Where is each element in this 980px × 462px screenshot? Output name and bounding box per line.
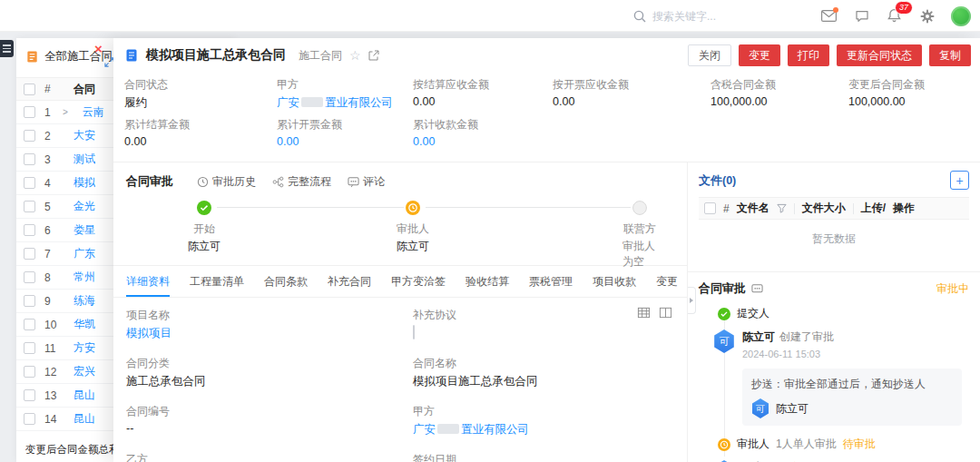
category-label: 合同分类 (126, 356, 413, 370)
print-button[interactable]: 打印 (788, 44, 829, 66)
total-invoice-value[interactable]: 0.00 (277, 135, 413, 148)
row-index: 5 (44, 201, 63, 213)
contract-link[interactable]: 方安 (74, 340, 95, 356)
contract-link[interactable]: 金光 (74, 199, 95, 214)
panel-collapse-handle[interactable] (688, 287, 696, 314)
supplement-checkbox[interactable] (413, 325, 415, 339)
contract-link[interactable]: 华凯 (74, 317, 95, 332)
add-file-button[interactable] (950, 171, 969, 190)
close-panel-icon[interactable] (94, 42, 103, 55)
approval-flow-section: 合同审批 审批历史 完整流程 评论 (113, 162, 687, 266)
row-checkbox[interactable] (24, 271, 35, 283)
mail-icon[interactable] (820, 7, 838, 25)
column-view-icon[interactable] (659, 306, 672, 319)
bell-icon[interactable]: 37 (886, 7, 903, 25)
contract-name-label: 合同名称 (413, 356, 674, 370)
tax-amount-label: 含税合同金额 (710, 77, 848, 92)
row-checkbox[interactable] (24, 319, 35, 330)
tab-terms[interactable]: 合同条款 (264, 266, 308, 297)
row-checkbox[interactable] (24, 248, 35, 260)
row-checkbox[interactable] (24, 295, 35, 307)
row-expander-icon[interactable]: > (63, 107, 68, 117)
row-checkbox[interactable] (24, 224, 35, 236)
approver-meta: 1人单人审批 (776, 437, 837, 452)
files-column-size: 文件大小 (802, 201, 846, 216)
sidebar-collapsed-tab[interactable] (0, 40, 14, 57)
party-a-link[interactable]: 广安置业有限公司 (277, 95, 413, 111)
total-settle-value: 0.00 (124, 135, 277, 148)
contract-link[interactable]: 模拟 (74, 175, 95, 191)
approver-stage-label: 审批人 (737, 437, 769, 452)
contract-link[interactable]: 云南 (83, 104, 104, 120)
external-link-icon[interactable] (368, 50, 379, 61)
row-index: 11 (44, 342, 63, 355)
approval-flow-title: 合同审批 (126, 173, 173, 190)
approval-status-badge: 审批中 (936, 281, 969, 297)
row-checkbox[interactable] (24, 106, 35, 118)
approval-history-link[interactable]: 审批历史 (197, 174, 256, 190)
row-checkbox[interactable] (24, 389, 35, 401)
project-name-link[interactable]: 模拟项目 (126, 326, 413, 341)
search-input[interactable] (652, 10, 798, 23)
contract-link[interactable]: 宏兴 (74, 364, 95, 379)
avatar: 可 (713, 329, 735, 353)
files-select-all-checkbox[interactable] (704, 202, 716, 214)
column-index: # (44, 83, 63, 95)
row-index: 10 (44, 319, 63, 331)
update-status-button[interactable]: 更新合同状态 (837, 44, 922, 66)
form-party-a-link[interactable]: 广安置业有限公司 (413, 422, 674, 437)
approver-status: 待审批 (843, 437, 876, 452)
row-checkbox[interactable] (24, 342, 35, 354)
cc-note-box: 抄送：审批全部通过后，通知抄送人 可 陈立可 (742, 369, 962, 426)
filter-icon[interactable] (777, 203, 787, 213)
contract-type-tag: 施工合同 (299, 48, 342, 64)
contract-link[interactable]: 广东 (74, 246, 95, 261)
search-icon (633, 10, 646, 23)
comment-link[interactable]: 评论 (348, 174, 385, 190)
row-checkbox[interactable] (24, 366, 35, 378)
row-index: 2 (44, 130, 63, 143)
row-checkbox[interactable] (24, 413, 35, 425)
files-column-action: 操作 (893, 201, 915, 216)
user-avatar[interactable] (951, 6, 971, 26)
row-checkbox[interactable] (24, 153, 35, 165)
row-checkbox[interactable] (24, 177, 35, 189)
contract-number-label: 合同编号 (126, 404, 413, 418)
contract-link[interactable]: 昆山 (74, 388, 95, 403)
approval-stepper: 开始 陈立可 审批人 陈立可 联营方 审批人为空 (126, 201, 674, 260)
cc-note-text: 抄送：审批全部通过后，通知抄送人 (751, 376, 953, 392)
global-search[interactable] (633, 0, 798, 32)
select-all-checkbox[interactable] (24, 84, 35, 95)
tab-acceptance-settlement[interactable]: 验收结算 (466, 266, 509, 297)
comment-icon[interactable] (751, 283, 763, 295)
chat-icon[interactable] (853, 7, 870, 25)
row-checkbox[interactable] (24, 201, 35, 212)
contract-link[interactable]: 大安 (74, 128, 95, 143)
changed-amount-label: 变更后合同金额 (848, 77, 969, 92)
tab-supplement[interactable]: 补充合同 (328, 266, 371, 297)
copy-button[interactable]: 复制 (929, 44, 971, 66)
change-button[interactable]: 变更 (739, 44, 780, 66)
full-process-link[interactable]: 完整流程 (272, 174, 331, 190)
table-view-icon[interactable] (637, 306, 651, 319)
contract-link[interactable]: 娄星 (74, 222, 95, 238)
close-button[interactable]: 关闭 (688, 44, 731, 66)
contract-link[interactable]: 测试 (74, 152, 95, 167)
tab-details[interactable]: 详细资料 (126, 266, 170, 297)
status-label: 合同状态 (124, 77, 277, 92)
tab-party-a-change[interactable]: 甲方变洽签 (391, 266, 446, 297)
top-bar: 37 (0, 0, 980, 32)
tab-project-receipt[interactable]: 项目收款 (593, 266, 636, 297)
contract-link[interactable]: 昆山 (74, 411, 95, 427)
contract-link[interactable]: 常州 (74, 270, 95, 285)
contract-link[interactable]: 练海 (74, 293, 95, 309)
tab-boq[interactable]: 工程量清单 (190, 266, 244, 297)
party-a-label: 甲方 (277, 77, 413, 92)
tab-change[interactable]: 变更 (656, 266, 678, 297)
tab-invoice-tax[interactable]: 票税管理 (529, 266, 573, 297)
total-received-value[interactable]: 0.00 (413, 135, 553, 148)
gear-icon[interactable] (918, 7, 936, 25)
row-index: 12 (44, 366, 63, 378)
row-checkbox[interactable] (24, 130, 35, 142)
favorite-star-icon[interactable] (349, 48, 361, 63)
